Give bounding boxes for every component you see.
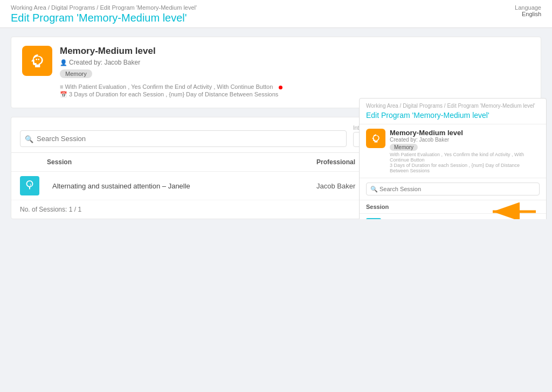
- svg-point-1: [38, 59, 39, 60]
- right-panel-breadcrumb: Working Area / Digital Programs / Edit P…: [360, 99, 546, 110]
- top-bar: Working Area / Digital Programs / Edit P…: [0, 0, 552, 28]
- language-area: Language English: [515, 4, 541, 17]
- right-panel-tag: Memory: [390, 144, 418, 151]
- right-panel-brain-icon: [370, 133, 381, 144]
- search-icon: 🔍: [25, 135, 33, 143]
- right-panel-program-icon: [366, 129, 385, 148]
- search-wrap: 🔍: [20, 130, 347, 147]
- calendar-icon: 📅: [60, 91, 69, 97]
- arrow-svg: [487, 201, 541, 219]
- right-panel-eval-text: With Patient Evaluation , Yes Confirm th…: [390, 152, 540, 163]
- right-panel-title: Edit Program 'Memory-Medium level': [360, 110, 546, 124]
- right-panel-program-details: Memory-Medium level Created by: Jacob Ba…: [390, 129, 540, 173]
- arrow-annotation: [487, 201, 541, 219]
- right-panel-program-row: Memory-Medium level Created by: Jacob Ba…: [360, 124, 546, 178]
- right-panel-creator: Created by: Jacob Baker: [390, 137, 540, 143]
- program-tag: Memory: [60, 69, 92, 78]
- session-thumbnail: [20, 176, 39, 195]
- language-label: Language: [515, 4, 541, 11]
- right-panel-search-area: 🔍: [360, 178, 546, 200]
- ear-icon: [24, 180, 36, 192]
- svg-point-0: [36, 59, 37, 60]
- program-icon: [22, 46, 52, 76]
- program-creator: Created by: Jacob Baker: [60, 59, 530, 66]
- evaluation-text: ≡ With Patient Evaluation , Yes Confirm …: [60, 83, 530, 90]
- brain-icon: [29, 52, 46, 69]
- right-panel-search-icon: 🔍: [370, 186, 378, 193]
- right-panel-program-name: Memory-Medium level: [390, 129, 540, 137]
- language-value: English: [515, 11, 541, 17]
- session-name: Alternating and sustained attention – Ja…: [47, 182, 316, 190]
- col-icon-spacer: [20, 158, 47, 166]
- right-panel-duration-text: 3 Days of Duration for each Session , {n…: [390, 163, 540, 173]
- red-dot: [279, 86, 282, 89]
- right-panel-search-input[interactable]: [366, 183, 540, 195]
- page-title: Edit Program 'Memory-Medium level': [11, 12, 197, 24]
- program-name: Memory-Medium level: [60, 46, 530, 57]
- col-session: Session: [47, 158, 316, 166]
- breadcrumb: Working Area / Digital Programs / Edit P…: [11, 4, 197, 11]
- search-input[interactable]: [20, 130, 347, 147]
- duration-text: 📅 3 Days of Duration for each Session , …: [60, 91, 530, 98]
- right-panel-session-thumb: [366, 218, 381, 219]
- program-info: Memory-Medium level Created by: Jacob Ba…: [60, 46, 530, 99]
- program-meta: ≡ With Patient Evaluation , Yes Confirm …: [60, 83, 530, 98]
